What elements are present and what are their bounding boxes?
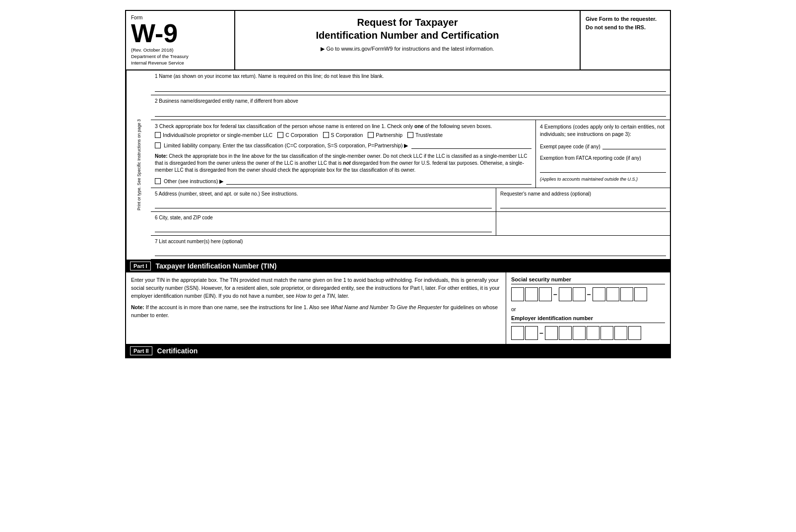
- ssn-box-2[interactable]: [525, 287, 538, 301]
- row3-label: 3 Check appropriate box for federal tax …: [155, 123, 531, 129]
- part1-header: Part I Taxpayer Identification Number (T…: [126, 260, 670, 272]
- ssn-group1: [511, 287, 552, 301]
- other-row: Other (see instructions) ▶: [155, 178, 531, 185]
- ssn-box-4[interactable]: [559, 287, 572, 301]
- checkbox-trust: Trust/estate: [407, 132, 443, 138]
- form-subtitle: ▶ Go to www.irs.gov/FormW9 for instructi…: [245, 46, 570, 52]
- row5-label: 5 Address (number, street, and apt. or s…: [155, 191, 492, 197]
- form-number: W-9: [131, 20, 229, 46]
- llc-input[interactable]: [411, 142, 532, 149]
- part1-text: Enter your TIN in the appropriate box. T…: [131, 276, 501, 300]
- requester-input[interactable]: [500, 199, 666, 208]
- ein-boxes: –: [511, 326, 665, 340]
- checkbox-trust-box[interactable]: [407, 132, 413, 138]
- ssn-box-7[interactable]: [606, 287, 619, 301]
- row7-label: 7 List account number(s) here (optional): [155, 239, 666, 244]
- row6-left: 6 City, state, and ZIP code: [151, 212, 496, 235]
- fatca-code-input[interactable]: [540, 166, 666, 173]
- row7: 7 List account number(s) here (optional): [151, 236, 670, 260]
- checkbox-llc-box[interactable]: [155, 142, 161, 148]
- form-title: Request for Taxpayer Identification Numb…: [245, 16, 570, 42]
- ein-box-2[interactable]: [525, 326, 538, 340]
- checkboxes-row: Individual/sole proprietor or single-mem…: [155, 132, 531, 138]
- exempt-title: 4 Exemptions (codes apply only to certai…: [540, 123, 666, 137]
- ssn-section: Social security number – –: [511, 276, 665, 301]
- form-header: Form W-9 (Rev. October 2018) Department …: [126, 11, 670, 70]
- requester-area: Requester's name and address (optional): [496, 188, 670, 211]
- checkbox-other-box[interactable]: [155, 178, 161, 184]
- ein-box-4[interactable]: [559, 326, 572, 340]
- row5-area: 5 Address (number, street, and apt. or s…: [151, 188, 670, 212]
- ein-box-7[interactable]: [600, 326, 613, 340]
- exempt-payee-label: Exempt payee code (if any): [540, 144, 600, 149]
- row5-input[interactable]: [155, 199, 492, 208]
- or-text: or: [511, 306, 665, 312]
- row1-label: 1 Name (as shown on your income tax retu…: [155, 73, 666, 79]
- ein-group1: [511, 326, 538, 340]
- requester-area-2: [496, 212, 670, 235]
- ein-box-8[interactable]: [614, 326, 627, 340]
- row1-input[interactable]: [155, 81, 666, 92]
- ssn-label: Social security number: [511, 276, 665, 284]
- row6-input[interactable]: [155, 222, 492, 232]
- row1: 1 Name (as shown on your income tax retu…: [151, 70, 670, 95]
- checkbox-s-corp: S Corporation: [323, 132, 363, 138]
- ein-section: Employer identification number –: [511, 315, 665, 340]
- sidebar-text: Print or type. See Specific Instructions…: [136, 120, 141, 211]
- rev-date: (Rev. October 2018): [131, 47, 229, 53]
- part1-body: Enter your TIN in the appropriate box. T…: [126, 272, 670, 344]
- checkbox-c-corp: C Corporation: [277, 132, 318, 138]
- ssn-box-6[interactable]: [593, 287, 605, 301]
- header-center: Request for Taxpayer Identification Numb…: [235, 11, 581, 69]
- row2-label: 2 Business name/disregarded entity name,…: [155, 98, 666, 104]
- checkbox-s-corp-box[interactable]: [323, 132, 329, 138]
- part1-title: Taxpayer Identification Number (TIN): [156, 262, 277, 270]
- sidebar: Print or type. See Specific Instructions…: [126, 70, 151, 260]
- note-block: Note: Check the appropriate box in the l…: [155, 153, 531, 174]
- fatca-section: Exemption from FATCA reporting code (if …: [540, 155, 666, 173]
- ssn-box-3[interactable]: [539, 287, 552, 301]
- w9-form: Form W-9 (Rev. October 2018) Department …: [125, 10, 671, 358]
- part1-right: Social security number – –: [506, 272, 670, 344]
- ein-box-1[interactable]: [511, 326, 524, 340]
- llc-label: Limited liability company. Enter the tax…: [164, 142, 408, 148]
- part2-header: Part II Certification: [126, 344, 670, 357]
- ein-box-3[interactable]: [545, 326, 558, 340]
- ssn-box-5[interactable]: [573, 287, 586, 301]
- ssn-dash-2: –: [587, 290, 591, 298]
- ein-label: Employer identification number: [511, 315, 665, 323]
- checkbox-partnership: Partnership: [368, 132, 402, 138]
- part1-left: Enter your TIN in the appropriate box. T…: [126, 272, 506, 344]
- note-label: Note:: [155, 153, 168, 159]
- checkbox-partnership-box[interactable]: [368, 132, 374, 138]
- main-content: 1 Name (as shown on your income tax retu…: [151, 70, 670, 260]
- ein-box-5[interactable]: [573, 326, 586, 340]
- ssn-box-8[interactable]: [620, 287, 633, 301]
- checkbox-partnership-label: Partnership: [376, 132, 402, 138]
- row2-input[interactable]: [155, 106, 666, 117]
- row7-input[interactable]: [155, 246, 666, 256]
- checkbox-c-corp-box[interactable]: [277, 132, 283, 138]
- fatca-label: Exemption from FATCA reporting code (if …: [540, 155, 666, 161]
- checkbox-individual-box[interactable]: [155, 132, 161, 138]
- form-body: Print or type. See Specific Instructions…: [126, 70, 670, 260]
- row3-area: 3 Check appropriate box for federal tax …: [151, 120, 670, 188]
- row6-label: 6 City, state, and ZIP code: [155, 215, 492, 220]
- checkbox-trust-label: Trust/estate: [415, 132, 443, 138]
- ssn-box-1[interactable]: [511, 287, 524, 301]
- ssn-box-9[interactable]: [634, 287, 647, 301]
- checkbox-individual: Individual/sole proprietor or single-mem…: [155, 132, 272, 138]
- ein-dash: –: [539, 329, 543, 337]
- row3-left: 3 Check appropriate box for federal tax …: [151, 120, 536, 188]
- ssn-dash-1: –: [553, 290, 557, 298]
- checkbox-individual-label: Individual/sole proprietor or single-mem…: [163, 132, 272, 138]
- other-input[interactable]: [226, 178, 531, 185]
- exempt-payee-line: Exempt payee code (if any): [540, 142, 666, 149]
- ein-box-6[interactable]: [587, 326, 599, 340]
- other-label: Other (see instructions) ▶: [164, 178, 223, 184]
- exempt-section: 4 Exemptions (codes apply only to certai…: [540, 123, 666, 149]
- ein-box-9[interactable]: [628, 326, 641, 340]
- llc-row: Limited liability company. Enter the tax…: [155, 142, 531, 149]
- exempt-payee-input[interactable]: [602, 142, 666, 149]
- header-left: Form W-9 (Rev. October 2018) Department …: [126, 11, 235, 69]
